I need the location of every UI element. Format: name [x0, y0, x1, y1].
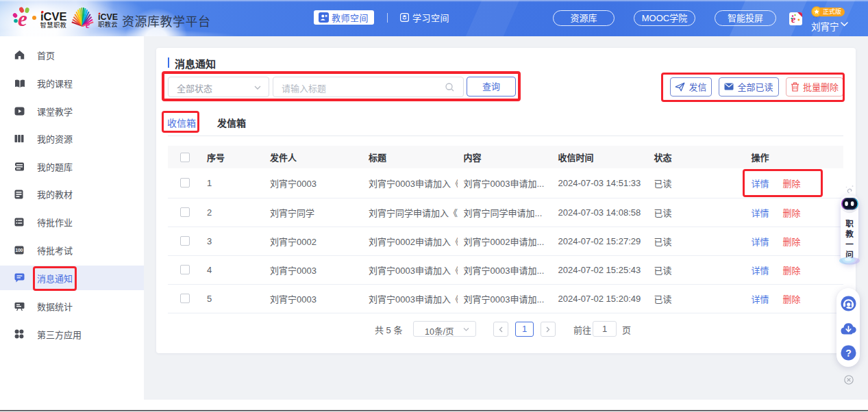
- svg-text:iCVE: iCVE: [40, 10, 67, 23]
- svg-text:e: e: [86, 20, 90, 30]
- svg-text:智慧职教: 智慧职教: [40, 21, 67, 29]
- svg-text:?: ?: [845, 348, 852, 359]
- svg-text:iCVE: iCVE: [98, 12, 118, 22]
- svg-text:职教云: 职教云: [98, 21, 118, 28]
- svg-text:100: 100: [16, 248, 23, 253]
- svg-text:e: e: [18, 7, 27, 31]
